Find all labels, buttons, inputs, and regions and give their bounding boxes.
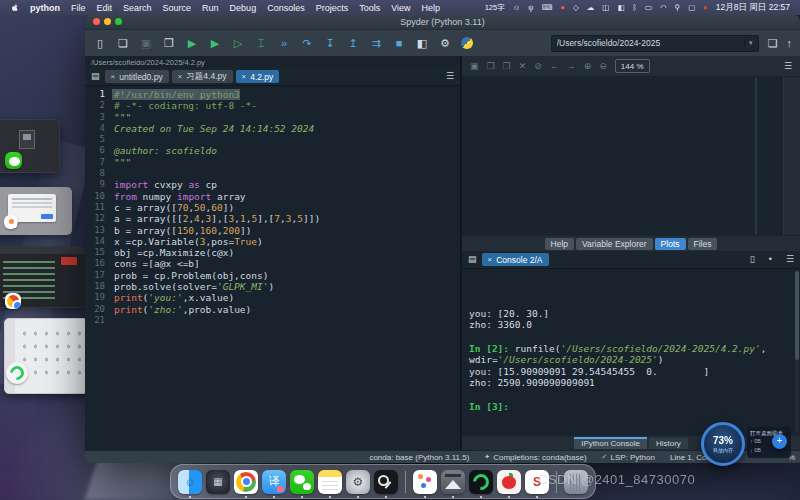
close-icon[interactable]: × <box>242 72 247 81</box>
close-window-button[interactable] <box>93 18 100 25</box>
panel-tab-plots[interactable]: Plots <box>655 238 686 250</box>
preferences-wrench-button[interactable]: ⚙ <box>438 38 452 49</box>
interrupt-kernel-icon[interactable]: • <box>767 255 774 264</box>
continue-button[interactable]: ⇉ <box>369 38 383 49</box>
step-out-button[interactable]: ↥ <box>346 38 360 49</box>
screen-record-icon[interactable]: ● <box>561 4 566 12</box>
menu-projects[interactable]: Projects <box>316 3 349 13</box>
browse-tabs-icon[interactable]: ▤ <box>466 255 479 264</box>
spotlight-search-icon[interactable]: ⚲ <box>675 4 681 12</box>
working-directory-combobox[interactable]: /Users/scofieldo/2024-2025 ▾ <box>551 35 759 52</box>
battery-icon[interactable]: ▭ <box>645 4 652 12</box>
save-plot-icon[interactable]: ▣ <box>470 62 479 71</box>
finder-dock-icon[interactable]: ☺ <box>178 469 202 494</box>
browse-directory-button[interactable]: ❏ <box>768 37 778 50</box>
editor-tab-习题4.4.py[interactable]: ×习题4.4.py <box>172 70 233 83</box>
tab-ipython-console[interactable]: IPython Console <box>574 437 647 449</box>
system-settings-dock-icon[interactable]: ⚙ <box>346 469 370 494</box>
remove-plot-icon[interactable]: ✕ <box>519 62 527 71</box>
plots-options-menu-icon[interactable]: ☰ <box>784 61 792 71</box>
red-apple-app-dock-icon[interactable] <box>497 469 521 494</box>
minimize-window-button[interactable] <box>104 18 111 25</box>
apple-menu[interactable] <box>10 2 19 13</box>
copy-plot-icon[interactable]: ❐ <box>503 62 511 71</box>
menu-debug[interactable]: Debug <box>230 3 257 13</box>
editor-tab-4.2.py[interactable]: ×4.2.py <box>236 70 280 83</box>
green-loop-app-dock-icon[interactable] <box>469 469 493 494</box>
panel-tab-help[interactable]: Help <box>545 238 574 250</box>
close-icon[interactable]: × <box>111 72 116 81</box>
maximize-pane-button[interactable]: ◧ <box>415 38 429 49</box>
completions-status[interactable]: ✦Completions: conda(base) <box>484 453 586 462</box>
wifi-icon[interactable]: ◠ <box>660 4 667 12</box>
translate-dock-icon[interactable]: 译 <box>262 469 286 494</box>
panel-tab-files[interactable]: Files <box>688 238 718 250</box>
zoom-in-icon[interactable]: ⊕ <box>584 62 592 71</box>
plots-canvas[interactable] <box>462 77 755 235</box>
menu-clock[interactable]: 12月8日 周日 22:57 <box>716 2 790 14</box>
zoom-window-button[interactable] <box>115 18 122 25</box>
close-icon[interactable]: × <box>178 72 183 81</box>
run-cell-button[interactable]: ▶ <box>208 38 222 49</box>
menu-edit[interactable]: Edit <box>97 3 113 13</box>
code-editor[interactable]: 1#!/usr/bin/env python32# -*- codiarng: … <box>85 86 460 450</box>
step-into-button[interactable]: ↧ <box>323 38 337 49</box>
menu-run[interactable]: Run <box>202 3 219 13</box>
save-all-button[interactable]: ❒ <box>162 38 176 49</box>
save-all-plots-icon[interactable]: ❒ <box>487 62 495 71</box>
run-file-button[interactable]: ▶ <box>185 38 199 49</box>
debug-file-button[interactable]: » <box>277 38 291 49</box>
menu-search[interactable]: Search <box>123 3 152 13</box>
panel-tab-variable-explorer[interactable]: Variable Explorer <box>576 238 653 250</box>
options-menu-icon[interactable]: ☰ <box>784 255 796 264</box>
stop-button[interactable]: ■ <box>392 38 406 49</box>
input-method-status[interactable]: 125字 <box>485 3 505 13</box>
keyboard-icon[interactable]: ⌨ <box>542 4 553 12</box>
bluetooth-icon[interactable]: ᛒ <box>633 4 638 12</box>
options-menu-icon[interactable]: ☰ <box>444 72 456 81</box>
menu-help[interactable]: Help <box>422 3 441 13</box>
remove-all-plots-icon[interactable]: ⊘ <box>534 62 542 71</box>
app-menu[interactable]: python <box>30 3 60 13</box>
menu-view[interactable]: View <box>391 3 410 13</box>
previous-plot-icon[interactable]: ← <box>550 62 559 71</box>
chrome-dock-icon[interactable] <box>234 469 258 494</box>
modeling-app-dock-icon[interactable] <box>413 469 437 494</box>
new-console-icon[interactable]: ▯ <box>748 255 757 264</box>
assistant-plus-button[interactable]: + <box>772 434 787 449</box>
close-icon[interactable]: × <box>488 255 493 264</box>
run-cell-advance-button[interactable]: ▷ <box>231 38 245 49</box>
shapes-icon[interactable]: ◇ <box>573 4 579 12</box>
editor-tab-untitled0.py[interactable]: ×untitled0.py <box>105 70 169 83</box>
plots-thumbnail-strip[interactable] <box>757 77 783 235</box>
console-scrollbar[interactable] <box>795 271 799 433</box>
stage-manager-icon[interactable]: ◧ <box>617 4 624 12</box>
menu-consoles[interactable]: Consoles <box>267 3 305 13</box>
zoom-out-icon[interactable]: ⊖ <box>599 62 607 71</box>
dictation-mic-icon[interactable]: ψ <box>528 4 533 12</box>
python-env-button[interactable] <box>461 37 473 49</box>
notification-dot-icon[interactable]: ● <box>703 4 708 12</box>
tab-history[interactable]: History <box>649 438 688 449</box>
zoom-level[interactable]: 144 % <box>615 59 650 73</box>
new-file-button[interactable]: ▯ <box>93 38 107 49</box>
grid-app-icon[interactable]: ◫ <box>602 4 609 12</box>
cloud-app-icon[interactable]: ☁ <box>587 4 595 12</box>
lsp-status[interactable]: ✓LSP: Python <box>602 453 655 462</box>
wechat-dock-icon[interactable] <box>290 469 314 494</box>
title-bar[interactable]: Spyder (Python 3.11) <box>85 14 800 30</box>
notes-dock-icon[interactable] <box>318 469 342 494</box>
step-over-button[interactable]: ↷ <box>300 38 314 49</box>
parent-directory-button[interactable]: ↑ <box>787 37 793 49</box>
menu-file[interactable]: File <box>71 3 86 13</box>
menu-tools[interactable]: Tools <box>359 3 380 13</box>
emoji-picker-icon[interactable]: ☺ <box>513 4 521 12</box>
menu-source[interactable]: Source <box>163 3 192 13</box>
ipython-console[interactable]: you: [20. 30.]zho: 3360.0 In [2]: runfil… <box>462 269 800 435</box>
save-button[interactable]: ▣ <box>139 38 153 49</box>
launchpad-dock-icon[interactable]: ▦ <box>206 469 230 494</box>
next-plot-icon[interactable]: → <box>567 62 576 71</box>
open-file-button[interactable]: ❏ <box>116 38 130 49</box>
browse-tabs-icon[interactable]: ▤ <box>89 72 102 81</box>
media-app-dock-icon[interactable] <box>441 469 465 494</box>
